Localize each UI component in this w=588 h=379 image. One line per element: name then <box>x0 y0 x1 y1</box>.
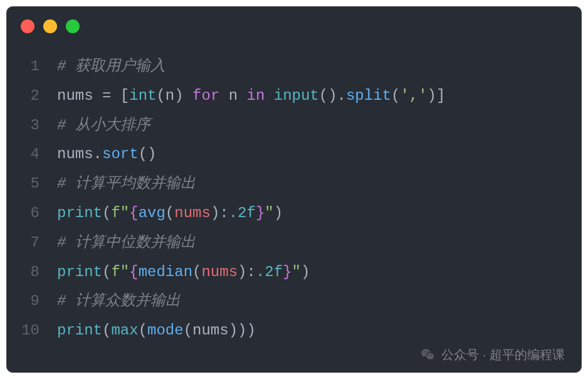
token-fstr-format: .2f <box>229 205 256 222</box>
token-punct: ( <box>102 264 111 280</box>
code-line[interactable]: 2nums = [int(n) for n in input().split('… <box>7 82 581 111</box>
line-number: 10 <box>7 316 57 346</box>
wechat-icon <box>420 347 436 363</box>
token-punct: ( <box>139 322 147 339</box>
token-builtin: print <box>57 322 102 339</box>
watermark: 公众号 · 超平的编程课 <box>420 346 565 363</box>
token-ident: n <box>229 87 238 104</box>
token-ident: nums <box>192 322 229 339</box>
token-punct: ( <box>102 322 111 339</box>
token-punct: ) <box>211 205 219 222</box>
token-fstr-expr: nums <box>174 205 211 222</box>
code-line[interactable]: 5# 计算平均数并输出 <box>7 169 581 199</box>
token-fstr-format: .2f <box>256 264 283 280</box>
line-number: 4 <box>7 140 57 169</box>
token-op <box>111 87 120 104</box>
token-builtin: max <box>111 322 138 339</box>
code-line[interactable]: 3# 从小大排序 <box>7 111 581 141</box>
code-window: 1# 获取用户输入2nums = [int(n) for n in input(… <box>6 6 582 373</box>
token-punct: ( <box>319 87 328 104</box>
line-number: 3 <box>7 111 57 141</box>
token-op <box>219 87 228 104</box>
token-fstr-brace: } <box>283 264 291 280</box>
token-punct: ) <box>238 264 246 280</box>
code-line[interactable]: 9# 计算众数并输出 <box>7 287 581 316</box>
token-punct: ( <box>192 264 201 280</box>
token-op: = <box>102 87 111 104</box>
token-keyword: in <box>247 87 265 104</box>
token-string: " <box>292 264 301 280</box>
line-number: 2 <box>7 82 57 111</box>
token-ident: nums <box>57 87 93 104</box>
code-content[interactable]: # 计算中位数并输出 <box>57 228 196 258</box>
token-punct: ) <box>274 205 283 222</box>
code-content[interactable]: # 从小大排序 <box>57 111 150 141</box>
code-line[interactable]: 6print(f"{avg(nums):.2f}") <box>7 199 581 228</box>
watermark-text: 公众号 · 超平的编程课 <box>441 346 565 363</box>
token-punct: ) <box>246 322 255 339</box>
token-string: f" <box>111 264 129 280</box>
token-punct: [ <box>120 87 129 104</box>
token-punct: : <box>219 205 228 222</box>
code-content[interactable]: nums.sort() <box>57 140 156 169</box>
code-content[interactable]: # 计算平均数并输出 <box>57 169 196 199</box>
token-comment: # 计算中位数并输出 <box>57 234 196 251</box>
token-punct: ( <box>156 87 165 104</box>
token-op <box>184 87 192 104</box>
token-call: mode <box>147 322 184 339</box>
token-punct: ( <box>184 322 192 339</box>
titlebar <box>7 7 581 41</box>
token-ident: n <box>165 87 174 104</box>
token-builtin: input <box>274 87 319 104</box>
code-content[interactable]: print(max(mode(nums))) <box>57 316 256 346</box>
code-editor[interactable]: 1# 获取用户输入2nums = [int(n) for n in input(… <box>7 41 581 346</box>
line-number: 5 <box>7 169 57 199</box>
token-builtin: int <box>129 87 156 104</box>
code-line[interactable]: 4nums.sort() <box>7 140 581 169</box>
token-fstr-func: median <box>139 264 192 280</box>
code-content[interactable]: # 获取用户输入 <box>57 52 165 82</box>
token-punct: ( <box>139 146 147 163</box>
token-punct: . <box>337 87 346 104</box>
token-punct: ( <box>102 205 111 222</box>
line-number: 1 <box>7 52 57 82</box>
token-punct: . <box>93 146 102 163</box>
code-line[interactable]: 8print(f"{median(nums):.2f}") <box>7 258 581 287</box>
token-punct: : <box>246 264 255 280</box>
token-op <box>238 87 246 104</box>
code-content[interactable]: print(f"{median(nums):.2f}") <box>57 258 310 287</box>
minimize-button[interactable] <box>43 19 57 33</box>
token-punct: ) <box>428 87 436 104</box>
code-line[interactable]: 7# 计算中位数并输出 <box>7 228 581 258</box>
token-punct: ) <box>147 146 156 163</box>
close-button[interactable] <box>21 19 34 33</box>
maximize-button[interactable] <box>66 19 80 33</box>
token-call: sort <box>102 146 139 163</box>
token-punct: ( <box>165 205 174 222</box>
token-fstr-expr: nums <box>201 264 238 280</box>
token-fstr-brace: { <box>129 264 138 280</box>
token-punct: ) <box>328 87 337 104</box>
code-line[interactable]: 1# 获取用户输入 <box>7 52 581 82</box>
code-content[interactable]: # 计算众数并输出 <box>57 287 181 316</box>
code-content[interactable]: nums = [int(n) for n in input().split(',… <box>57 82 445 111</box>
token-punct: ) <box>229 322 238 339</box>
token-string: " <box>265 205 273 222</box>
token-op <box>265 87 273 104</box>
token-comment: # 计算平均数并输出 <box>57 175 196 192</box>
code-content[interactable]: print(f"{avg(nums):.2f}") <box>57 199 283 228</box>
token-ident: nums <box>57 146 93 163</box>
line-number: 7 <box>7 228 57 258</box>
token-comment: # 计算众数并输出 <box>57 292 181 309</box>
line-number: 9 <box>7 287 57 316</box>
token-keyword: for <box>192 87 219 104</box>
token-fstr-func: avg <box>139 205 165 222</box>
token-op <box>93 87 102 104</box>
token-string: ',' <box>400 87 427 104</box>
token-builtin: print <box>57 264 102 280</box>
token-builtin: print <box>57 205 102 222</box>
token-comment: # 从小大排序 <box>57 117 150 134</box>
token-punct: ] <box>436 87 445 104</box>
code-line[interactable]: 10print(max(mode(nums))) <box>7 316 581 346</box>
token-string: f" <box>111 205 129 222</box>
